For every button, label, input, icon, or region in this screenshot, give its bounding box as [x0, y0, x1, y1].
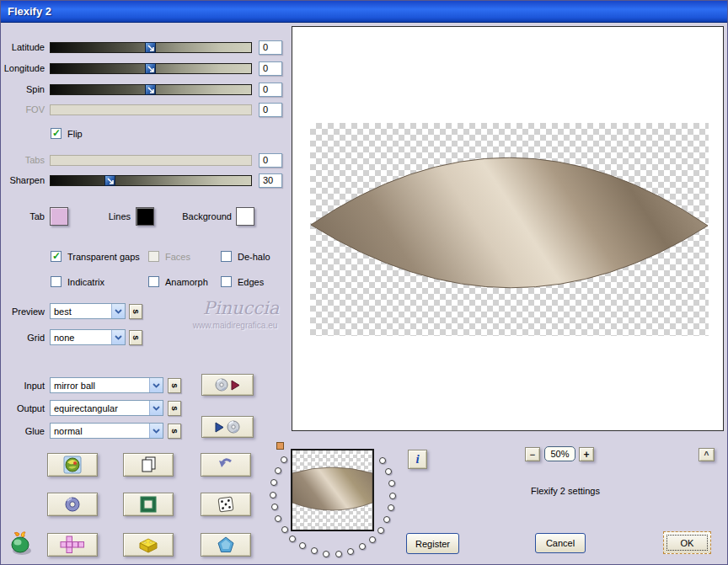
tabs-value[interactable]: 0: [259, 153, 282, 168]
tab-swatch-label: Tab: [11, 211, 45, 222]
register-button[interactable]: Register: [406, 533, 459, 554]
history-dot[interactable]: [311, 547, 318, 554]
info-button[interactable]: i: [408, 450, 427, 469]
history-dot[interactable]: [379, 457, 386, 464]
edges-checkbox[interactable]: [221, 276, 232, 287]
history-dot[interactable]: [281, 456, 287, 463]
history-dot[interactable]: [369, 536, 376, 543]
cancel-button[interactable]: Cancel: [535, 533, 586, 553]
spin-value[interactable]: 0: [259, 83, 282, 97]
globe-preview-button[interactable]: [47, 453, 98, 477]
chevron-down-icon[interactable]: [149, 424, 163, 438]
tab-color-swatch[interactable]: [50, 207, 68, 226]
history-dot[interactable]: [270, 492, 276, 498]
history-current-marker[interactable]: [276, 442, 284, 450]
history-dot[interactable]: [289, 536, 296, 542]
history-dot[interactable]: [299, 542, 306, 549]
torus-button[interactable]: [47, 493, 98, 516]
input-select[interactable]: mirror ball: [50, 377, 163, 393]
glue-select-value: normal: [54, 426, 83, 436]
history-dot[interactable]: [335, 551, 342, 557]
history-dot[interactable]: [377, 527, 384, 534]
preview-random-button[interactable]: s: [129, 304, 142, 319]
output-random-button[interactable]: s: [168, 401, 181, 416]
tabs-label: Tabs: [1, 155, 45, 166]
latitude-slider[interactable]: [50, 42, 252, 53]
history-dot[interactable]: [388, 504, 394, 511]
brick-button[interactable]: [123, 533, 174, 557]
save-settings-button[interactable]: [201, 416, 254, 438]
pentagon-gem-icon: [217, 536, 234, 553]
copy-button[interactable]: [123, 453, 174, 477]
history-dot[interactable]: [388, 480, 395, 487]
anamorph-checkbox[interactable]: [148, 276, 159, 287]
history-dot[interactable]: [383, 516, 390, 523]
history-dot[interactable]: [323, 551, 329, 557]
square-frame-icon: [140, 496, 157, 513]
latitude-value[interactable]: 0: [259, 40, 282, 55]
spin-slider-handle[interactable]: [145, 84, 156, 95]
grid-select-value: none: [54, 333, 74, 343]
grid-random-button[interactable]: s: [129, 330, 142, 345]
dehalo-checkbox[interactable]: [221, 251, 232, 262]
zoom-out-button[interactable]: −: [525, 447, 540, 461]
grid-select[interactable]: none: [50, 329, 126, 345]
status-text: Flexify 2 settings: [494, 486, 637, 496]
chevron-down-icon[interactable]: [149, 401, 163, 415]
spin-slider[interactable]: [50, 84, 252, 95]
sharpen-value[interactable]: 30: [259, 173, 282, 188]
result-thumbnail[interactable]: [291, 449, 374, 531]
history-dot[interactable]: [385, 468, 392, 475]
history-dot[interactable]: [281, 526, 288, 533]
history-dot[interactable]: [359, 543, 366, 550]
cd-icon: [227, 420, 240, 434]
longitude-value[interactable]: 0: [259, 61, 282, 76]
chevron-down-icon[interactable]: [149, 378, 163, 392]
latitude-slider-handle[interactable]: [145, 42, 156, 53]
undo-button[interactable]: [201, 453, 251, 477]
glue-select[interactable]: normal: [50, 423, 163, 439]
lines-color-swatch[interactable]: [136, 207, 154, 226]
collapse-button[interactable]: ^: [699, 448, 715, 461]
chevron-down-icon[interactable]: [111, 304, 125, 318]
history-dot[interactable]: [275, 467, 281, 474]
history-dot[interactable]: [347, 548, 354, 555]
output-select[interactable]: equirectangular: [50, 400, 163, 416]
cube-net-button[interactable]: [47, 533, 98, 557]
info-icon: i: [415, 452, 419, 466]
flaming-pear-icon[interactable]: [8, 530, 34, 557]
fov-label: FOV: [1, 104, 45, 115]
indicatrix-checkbox[interactable]: [51, 276, 62, 287]
preview-canvas[interactable]: [292, 26, 724, 431]
preview-select[interactable]: best: [50, 303, 126, 319]
edges-label: Edges: [238, 277, 280, 288]
chevron-down-icon[interactable]: [111, 330, 125, 344]
transparency-checkerboard: [310, 123, 709, 336]
preview-select-value: best: [54, 306, 72, 317]
title-bar[interactable]: Flexify 2: [1, 1, 728, 23]
dice-button[interactable]: [201, 493, 251, 516]
longitude-slider[interactable]: [50, 63, 252, 74]
sharpen-slider[interactable]: [50, 175, 252, 186]
input-random-button[interactable]: s: [168, 378, 181, 393]
history-dot[interactable]: [270, 479, 277, 486]
flip-checkbox[interactable]: [51, 128, 62, 139]
transparent-gaps-checkbox[interactable]: [51, 251, 62, 262]
glue-random-button[interactable]: s: [168, 424, 181, 439]
sharpen-slider-handle[interactable]: [104, 175, 115, 186]
brick-icon: [138, 536, 158, 553]
watermark-url: www.maidiregrafica.eu: [180, 321, 290, 330]
history-dot[interactable]: [271, 504, 278, 510]
zoom-in-button[interactable]: +: [579, 447, 594, 461]
output-select-label: Output: [1, 403, 45, 414]
ok-button[interactable]: OK: [663, 531, 711, 554]
fov-value[interactable]: 0: [259, 103, 282, 117]
history-dot[interactable]: [275, 515, 281, 522]
glue-select-label: Glue: [1, 426, 45, 437]
longitude-slider-handle[interactable]: [145, 63, 156, 74]
frame-button[interactable]: [123, 493, 174, 516]
background-color-swatch[interactable]: [236, 207, 254, 226]
gem-button[interactable]: [201, 533, 251, 557]
history-dot[interactable]: [389, 493, 396, 499]
load-settings-button[interactable]: [201, 374, 254, 396]
